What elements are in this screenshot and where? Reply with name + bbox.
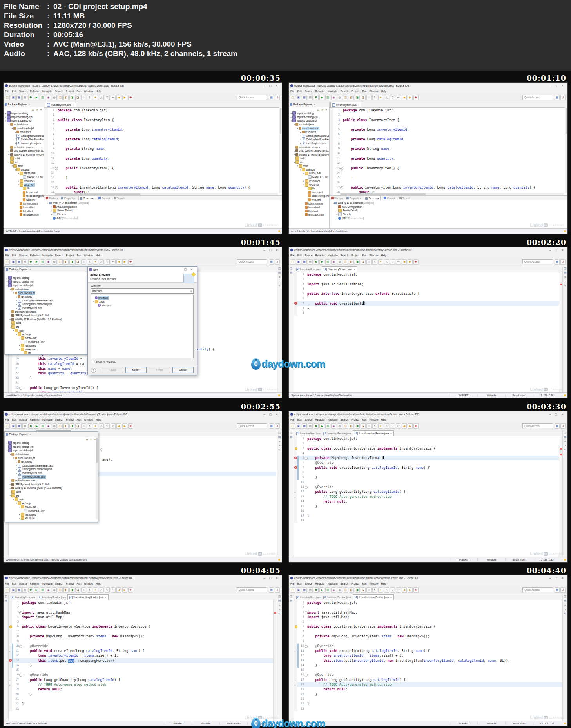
scrollbar-thumb[interactable] [280,108,281,134]
perspective-java-icon[interactable]: J [275,423,280,429]
tree-item[interactable]: ▾WEB-INF [5,347,99,351]
menu-run[interactable]: Run [76,418,81,421]
externalize-icon[interactable]: ¶ [372,95,377,100]
debug-icon[interactable]: ⚈ [28,259,33,265]
view-shortcut-icon[interactable]: ✎ [278,612,281,615]
fold-collapse-icon[interactable]: - [305,457,308,460]
explorer-toolbar[interactable]: ⊟ ⟳ ▾ [289,107,329,111]
new-package-icon[interactable]: ◧ [349,95,354,100]
jar-icon[interactable]: ◪ [361,259,366,265]
tree-item[interactable]: ▾main [5,497,98,501]
view-shortcut-icon[interactable]: ◫ [278,267,281,270]
jar-icon[interactable]: ◪ [75,95,80,100]
close-icon[interactable]: ✕ [357,104,359,106]
quick-access-input[interactable]: Quick Access [237,95,267,100]
view-shortcut-icon[interactable]: ✎ [564,612,566,615]
tab-servers[interactable]: Servers✕ [78,196,95,200]
search-icon[interactable]: ○ [366,587,372,593]
tree-item[interactable]: beans.xml [289,190,329,194]
pin-icon[interactable]: ✚ [128,587,133,593]
menu-refactor[interactable]: Refactor [315,418,325,421]
perspective-java-icon[interactable]: J [560,587,566,593]
explorer-view-tab[interactable]: Package Explorer✕ [5,432,98,437]
next-annotation-icon[interactable]: ▽ [390,95,395,100]
tree-item[interactable]: confirm.xhtml [289,202,329,205]
tree-item[interactable]: MANIFEST.MF [4,175,44,179]
perspective-java-ee-icon[interactable]: ▦ [269,95,274,100]
tab-console[interactable]: Console [98,197,111,200]
new-class-icon[interactable]: ◨ [355,95,360,100]
profile-icon[interactable]: ◉ [331,95,336,100]
new-icon[interactable]: ▢ [5,587,10,593]
server-child-item[interactable]: ▸Filesets [47,212,282,216]
tree-item[interactable]: ▾META-INF [289,172,329,176]
view-shortcut-icon[interactable]: ≡ [279,604,280,607]
view-shortcut-icon[interactable]: ◫ [278,595,281,598]
view-shortcut-icon[interactable]: ◔ [564,444,566,447]
externalize-icon[interactable]: ¶ [87,587,92,593]
overview-ruler[interactable] [559,272,562,394]
menu-refactor[interactable]: Refactor [315,254,325,257]
menu-file[interactable]: File [5,90,9,93]
pin-icon[interactable]: ✚ [413,95,419,100]
debug-icon[interactable]: ⚈ [314,587,319,593]
tree-item[interactable]: ▸JCatalogItemFormBean.java [289,138,329,142]
tree-item[interactable]: form.xhtml [4,205,44,209]
run-external-icon[interactable]: ◍ [52,259,57,265]
view-shortcut-icon[interactable]: ▤ [564,271,567,274]
window-controls[interactable]: – ▢ ✕ [264,413,279,416]
tab-properties[interactable]: Properties [61,197,76,200]
editor-tab[interactable]: JInventoryItem.java✕ [45,102,76,107]
tree-item[interactable]: ▾src/main/java [5,287,99,291]
forward-icon[interactable]: ▶ [122,587,127,593]
new-package-icon[interactable]: ◧ [63,587,69,593]
prev-annotation-icon[interactable]: △ [384,95,389,100]
menu-project[interactable]: Project [66,254,74,257]
tree-item[interactable]: ▸resources [289,179,329,183]
editor-tab[interactable]: JInventoryItem.java [9,595,36,600]
fold-collapse-icon[interactable]: - [19,674,22,677]
view-shortcut-icon[interactable]: ▤ [290,599,293,603]
profile-icon[interactable]: ◉ [46,95,51,100]
view-shortcut-icon[interactable]: ≡ [279,276,280,279]
menu-navigate[interactable]: Navigate [328,90,338,93]
coverage-icon[interactable]: ▥ [40,587,45,593]
tree-item[interactable]: ▸resources [5,295,99,299]
jar-icon[interactable]: ◪ [361,587,366,593]
menu-source[interactable]: Source [305,418,313,421]
new-icon[interactable]: ▢ [5,259,10,265]
pin-icon[interactable]: ✚ [128,423,133,429]
menu-file[interactable]: File [290,418,294,421]
tree-item[interactable]: ▾src [289,160,329,164]
quick-access-input[interactable]: Quick Access [522,95,553,100]
tree-item[interactable]: ▸WildFly 17 Runtime [WildFly 17.0 Runtim… [5,486,98,490]
menu-project[interactable]: Project [351,418,359,421]
tree-item[interactable]: build [289,156,329,160]
tree-item[interactable]: faces-config.xml [4,194,44,198]
overview-ruler[interactable] [273,600,277,722]
checkbox-icon[interactable] [91,360,94,363]
tree-item[interactable]: ▾com.linkedin.jsf [289,126,329,130]
tree-item[interactable]: ▸JInventoryItem.java [289,142,329,145]
save-all-icon[interactable]: ▦ [302,259,307,265]
menu-project[interactable]: Project [351,582,359,585]
back-icon[interactable]: ◀ [402,259,407,265]
externalize-icon[interactable]: ¶ [87,95,92,100]
run-external-icon[interactable]: ◍ [337,423,342,429]
view-shortcut-icon[interactable]: ◫ [290,267,293,270]
last-edit-icon[interactable]: ↩ [111,587,116,593]
run-icon[interactable]: ▶ [34,95,39,100]
forward-icon[interactable]: ▶ [122,423,127,429]
tree-item[interactable]: ▸JInventoryItem.java [4,142,44,145]
tree-item[interactable]: ▾src/main/java [4,123,44,127]
tree-item[interactable]: ▾src/main/java [289,123,329,127]
next-button[interactable]: Next > [125,367,147,373]
explorer-view-tab[interactable]: Package Explorer✕ [4,102,44,107]
menu-navigate[interactable]: Navigate [42,90,53,93]
view-shortcut-icon[interactable]: ◫ [564,595,567,598]
menu-file[interactable]: File [290,90,294,93]
view-shortcut-icon[interactable]: ◫ [290,595,293,598]
editor-tab[interactable]: J*LocalInventoryService.java✕ [67,594,109,600]
view-shortcut-icon[interactable]: ✎ [278,448,281,452]
scrollbar-thumb[interactable] [55,193,140,195]
